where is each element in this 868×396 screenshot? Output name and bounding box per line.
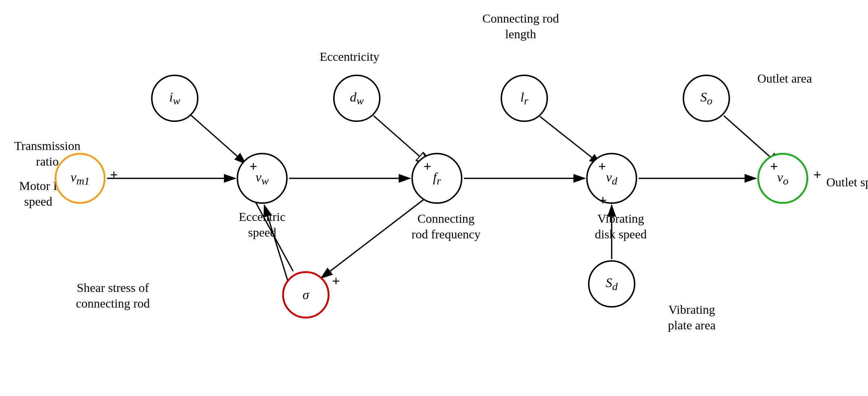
- node-iw-label: iw: [169, 90, 180, 107]
- node-lr: lr: [501, 75, 548, 122]
- svg-line-7: [540, 116, 601, 165]
- node-vm1: vm1: [55, 153, 106, 204]
- node-so: So: [683, 75, 730, 122]
- node-sigma-label: σ: [303, 287, 309, 302]
- label-eccentricity: Eccentricity: [309, 49, 390, 65]
- node-dw-label: dw: [350, 90, 364, 107]
- plus-sd: +: [599, 192, 607, 208]
- node-so-label: So: [701, 90, 713, 107]
- plus-sigma: +: [332, 273, 340, 289]
- label-vibrating-disk-speed: Vibratingdisk speed: [573, 211, 668, 242]
- node-vo: vo: [757, 153, 808, 204]
- node-dw: dw: [333, 75, 380, 122]
- node-vw-label: vw: [256, 170, 269, 187]
- node-fr: fr: [411, 153, 462, 204]
- node-lr-label: lr: [520, 90, 528, 107]
- svg-line-3: [191, 115, 246, 164]
- label-shear-stress: Shear stress ofconnecting rod: [47, 280, 178, 311]
- node-vd-label: vd: [606, 170, 618, 187]
- label-outlet-speed: Outlet speed: [814, 175, 868, 190]
- label-connecting-rod-length: Connecting rodlength: [470, 11, 572, 42]
- label-vibrating-plate-area: Vibratingplate area: [641, 302, 743, 333]
- node-iw: iw: [151, 75, 198, 122]
- plus-vm1: +: [110, 167, 118, 183]
- label-connecting-rod-freq: Connectingrod frequency: [397, 211, 495, 242]
- node-sd: Sd: [588, 260, 635, 308]
- svg-line-5: [374, 116, 429, 165]
- node-vm1-label: vm1: [71, 170, 90, 187]
- plus-iw: +: [249, 158, 257, 174]
- node-vd: vd: [586, 153, 637, 204]
- plus-vo: +: [813, 167, 821, 183]
- label-eccentric-speed: Eccentricspeed: [222, 209, 302, 240]
- plus-so: +: [770, 158, 778, 174]
- plus-dw: +: [423, 158, 431, 174]
- node-vw: vw: [237, 153, 288, 204]
- node-vo-label: vo: [777, 170, 789, 187]
- plus-lr: +: [598, 158, 606, 174]
- label-outlet-area: Outlet area: [734, 71, 836, 87]
- node-sd-label: Sd: [606, 275, 618, 293]
- node-fr-label: fr: [433, 170, 441, 187]
- node-sigma: σ: [282, 271, 330, 318]
